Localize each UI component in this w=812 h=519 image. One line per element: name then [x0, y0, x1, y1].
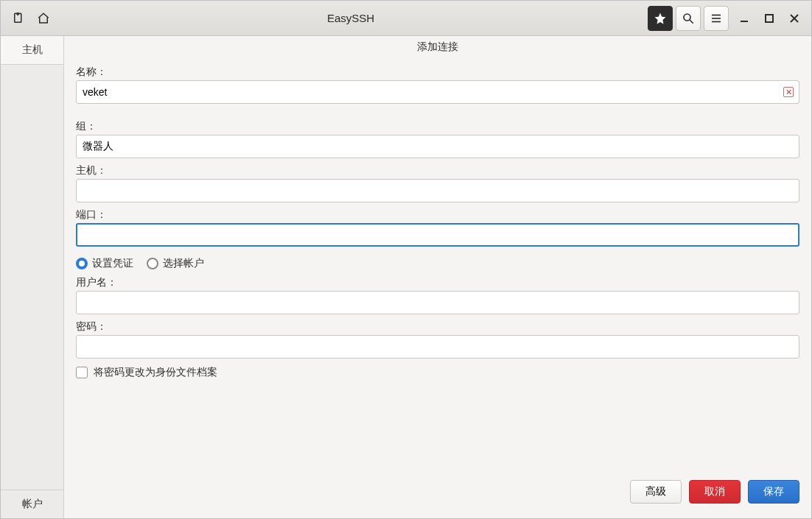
sidebar-tab-accounts[interactable]: 帐户	[1, 490, 63, 518]
host-label: 主机：	[76, 164, 799, 177]
menu-button[interactable]	[704, 6, 729, 31]
username-input[interactable]	[76, 291, 799, 314]
save-button[interactable]: 保存	[748, 480, 799, 504]
radio-dot-empty-icon	[147, 258, 158, 269]
sidebar: 主机 帐户	[1, 36, 64, 518]
svg-line-4	[690, 20, 693, 24]
radio-credentials[interactable]: 设置凭证	[76, 257, 133, 270]
name-label: 名称：	[76, 66, 799, 79]
radio-dot-icon	[76, 258, 88, 269]
svg-rect-9	[766, 15, 773, 22]
sidebar-tab-hosts[interactable]: 主机	[1, 36, 63, 65]
password-input[interactable]	[76, 335, 799, 359]
password-label: 密码：	[76, 320, 799, 333]
clear-name-icon[interactable]: ✕	[783, 87, 794, 97]
bookmark-button[interactable]	[648, 6, 673, 31]
minimize-button[interactable]	[735, 9, 754, 28]
radio-account[interactable]: 选择帐户	[147, 257, 204, 270]
radio-credentials-label: 设置凭证	[92, 257, 133, 270]
radio-account-label: 选择帐户	[163, 257, 204, 270]
titlebar: EasySSH	[1, 1, 811, 36]
group-input[interactable]	[76, 135, 799, 158]
search-button[interactable]	[676, 6, 701, 31]
cancel-button[interactable]: 取消	[689, 480, 741, 504]
name-input[interactable]	[76, 80, 799, 104]
window-title: EasySSH	[54, 12, 648, 24]
identity-checkbox[interactable]	[76, 367, 88, 378]
app-window: EasySSH	[0, 0, 812, 519]
username-label: 用户名：	[76, 276, 799, 289]
maximize-button[interactable]	[760, 9, 779, 28]
port-input[interactable]	[76, 223, 799, 247]
new-tab-button[interactable]	[8, 8, 29, 29]
home-button[interactable]	[33, 8, 54, 29]
identity-checkbox-label: 将密码更改为身份文件档案	[94, 366, 217, 379]
advanced-button[interactable]: 高级	[630, 480, 682, 504]
pane-title: 添加连接	[64, 36, 811, 57]
group-label: 组：	[76, 120, 799, 133]
svg-point-3	[684, 14, 690, 21]
close-button[interactable]	[785, 9, 804, 28]
host-input[interactable]	[76, 179, 799, 202]
main-pane: 添加连接 名称： ✕ 组： 主机： 端口： 设置凭证	[64, 36, 811, 518]
button-bar: 高级 取消 保存	[64, 473, 811, 518]
port-label: 端口：	[76, 208, 799, 222]
